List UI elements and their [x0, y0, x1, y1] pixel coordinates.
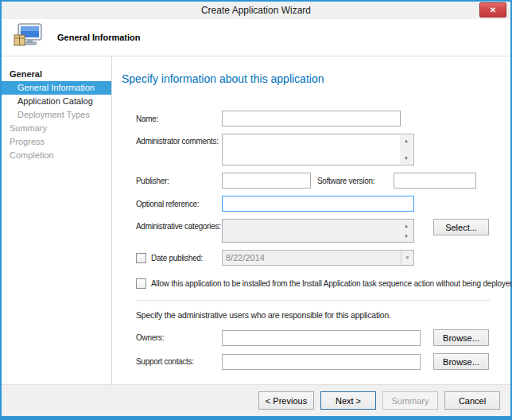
wizard-header: General Information [2, 19, 510, 56]
sidebar-item-general[interactable]: General [2, 68, 111, 81]
next-button[interactable]: Next > [320, 391, 376, 410]
calendar-dropdown-icon: ▼ [405, 255, 410, 260]
sidebar-item-completion: Completion [2, 149, 111, 162]
optional-reference-label: Optional reference: [136, 200, 222, 208]
scroll-up-icon[interactable]: ▲ [400, 220, 413, 231]
date-published-input[interactable] [223, 253, 401, 262]
header-title: General Information [57, 33, 141, 42]
previous-button[interactable]: < Previous [258, 391, 314, 410]
optional-reference-row: Optional reference: [136, 196, 499, 212]
scrollbar[interactable]: ▲ ▼ [400, 220, 413, 241]
administrator-comments-label: Administrator comments: [136, 134, 222, 146]
name-label: Name: [136, 115, 222, 123]
administrator-comments-input[interactable] [223, 134, 413, 165]
sidebar-item-progress: Progress [2, 135, 111, 149]
administrative-categories-field: ▲ ▼ [222, 219, 414, 243]
footer-bar: < Previous Next > Summary Cancel [2, 384, 510, 416]
owners-label: Owners: [136, 333, 222, 342]
scroll-up-icon[interactable]: ▲ [400, 135, 413, 146]
titlebar: Create Application Wizard ✕ [2, 2, 510, 19]
date-published-label: Date published: [151, 254, 203, 262]
close-icon: ✕ [490, 6, 496, 14]
close-button[interactable]: ✕ [479, 2, 506, 18]
administrator-comments-field: ▲ ▼ [222, 134, 414, 165]
support-contacts-browse-button[interactable]: Browse... [433, 353, 489, 370]
allow-install-row: Allow this application to be installed f… [136, 278, 499, 289]
sidebar: General General Information Application … [2, 56, 112, 384]
sidebar-item-summary: Summary [2, 122, 111, 135]
allow-install-label: Allow this application to be installed f… [151, 279, 512, 288]
software-version-label: Software version: [317, 177, 394, 185]
software-version-input[interactable] [394, 173, 476, 189]
summary-button: Summary [382, 391, 438, 410]
date-published-field: ▼ [222, 250, 414, 266]
scroll-down-icon[interactable]: ▼ [400, 153, 413, 164]
name-input[interactable] [222, 111, 401, 126]
section-divider [136, 300, 490, 301]
owners-input[interactable] [222, 330, 421, 346]
sidebar-item-general-information[interactable]: General Information [2, 81, 111, 95]
administrative-categories-label: Administrative categories: [136, 219, 222, 231]
support-contacts-input[interactable] [222, 354, 421, 370]
cancel-button[interactable]: Cancel [444, 391, 500, 410]
date-dropdown-button[interactable]: ▼ [401, 251, 413, 265]
owners-row: Owners: Browse... [136, 329, 499, 346]
publisher-label: Publisher: [136, 177, 222, 185]
publisher-row: Publisher: Software version: [136, 173, 499, 189]
scroll-down-icon[interactable]: ▼ [400, 231, 413, 241]
date-published-label-cell: Date published: [136, 253, 222, 263]
optional-reference-input[interactable] [222, 196, 414, 212]
page-title: Specify information about this applicati… [122, 72, 499, 85]
sidebar-item-deployment-types: Deployment Types [2, 108, 111, 122]
administrator-comments-row: Administrator comments: ▲ ▼ [136, 134, 499, 165]
support-contacts-label: Support contacts: [136, 357, 222, 366]
sidebar-item-application-catalog[interactable]: Application Catalog [2, 95, 111, 108]
general-information-form: Name: Administrator comments: ▲ ▼ [136, 111, 499, 370]
administrative-categories-input[interactable] [223, 220, 413, 242]
owners-browse-button[interactable]: Browse... [433, 329, 489, 346]
support-contacts-row: Support contacts: Browse... [136, 353, 499, 370]
main-panel: Specify information about this applicati… [112, 56, 510, 384]
select-button[interactable]: Select... [433, 219, 489, 235]
administrative-categories-row: Administrative categories: ▲ ▼ Select... [136, 219, 499, 243]
date-published-checkbox[interactable] [136, 253, 146, 263]
administrative-users-note: Specify the administrative users who are… [136, 310, 499, 320]
allow-install-checkbox[interactable] [136, 278, 146, 289]
name-row: Name: [136, 111, 499, 126]
window-title: Create Application Wizard [201, 5, 311, 16]
date-published-row: Date published: ▼ [136, 250, 499, 266]
wizard-body: General General Information Application … [2, 56, 510, 384]
wizard-computer-icon [13, 23, 45, 52]
publisher-input[interactable] [222, 173, 311, 189]
scrollbar[interactable]: ▲ ▼ [400, 135, 413, 164]
create-application-wizard-window: Create Application Wizard ✕ General Info… [0, 0, 512, 420]
